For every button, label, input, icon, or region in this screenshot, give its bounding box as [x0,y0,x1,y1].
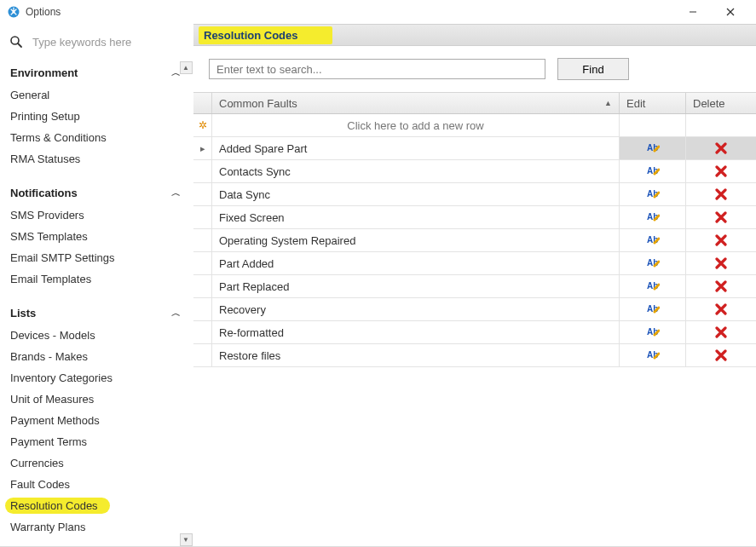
app-icon [7,5,20,19]
edit-icon[interactable]: Ab [643,302,662,317]
cell-fault[interactable]: Restore files [212,344,620,366]
section-header-environment[interactable]: Environment ︿ [7,61,186,84]
cell-fault[interactable]: Recovery [212,298,620,320]
edit-icon[interactable]: Ab [643,233,662,248]
nav-currencies[interactable]: Currencies [7,452,186,474]
table-row[interactable]: ▸Added Spare PartAb [193,137,756,160]
table-row[interactable]: Fixed ScreenAb [193,206,756,229]
scroll-up-button[interactable]: ▲ [180,61,193,74]
sidebar-scrollbar[interactable]: ▲ ▼ [179,61,193,546]
table-row[interactable]: Data SyncAb [193,183,756,206]
nav-payment-terms[interactable]: Payment Terms [7,431,186,452]
table-row[interactable]: RecoveryAb [193,298,756,321]
row-indicator-header [193,93,212,113]
minimize-button[interactable] [674,0,712,24]
search-icon [9,34,24,49]
row-indicator: ▸ [193,137,212,159]
nav-warranty-plans[interactable]: Warranty Plans [7,516,186,538]
nav-fault-codes[interactable]: Fault Codes [7,474,186,495]
nav-sms-providers[interactable]: SMS Providers [7,204,186,226]
nav-terms-conditions[interactable]: Terms & Conditions [7,127,186,148]
nav-email-templates[interactable]: Email Templates [7,268,186,290]
sidebar-search-input[interactable] [31,35,167,49]
table-row[interactable]: Restore filesAb [193,344,756,367]
cell-fault[interactable]: Re-formatted [212,321,620,343]
row-indicator [193,298,212,320]
edit-icon[interactable]: Ab [643,164,662,179]
cell-fault[interactable]: Part Replaced [212,275,620,297]
sidebar: Environment ︿ General Printing Setup Ter… [0,24,193,546]
delete-icon[interactable] [712,348,730,363]
edit-icon[interactable]: Ab [643,279,662,294]
delete-icon[interactable] [712,279,730,294]
svg-line-6 [18,43,21,47]
grid-search-input[interactable] [209,59,545,79]
nav-email-smtp-settings[interactable]: Email SMTP Settings [7,247,186,268]
cell-fault[interactable]: Part Added [212,252,620,274]
cell-fault[interactable]: Contacts Sync [212,160,620,182]
nav-rma-statuses[interactable]: RMA Statuses [7,148,186,170]
edit-icon[interactable]: Ab [643,141,662,156]
section-title: Lists [10,307,36,320]
column-header-edit[interactable]: Edit [620,93,686,113]
table-row[interactable]: Operating System RepairedAb [193,229,756,252]
delete-icon[interactable] [712,210,730,225]
svg-point-1 [12,10,14,13]
table-row[interactable]: Part ReplacedAb [193,275,756,298]
nav-payment-methods[interactable]: Payment Methods [7,410,186,431]
content-panel: Resolution Codes Find Common Faults ▲ Ed… [193,24,756,546]
nav-sms-templates[interactable]: SMS Templates [7,226,186,247]
nav-unit-of-measures[interactable]: Unit of Measures [7,389,186,410]
section-header-notifications[interactable]: Notifications ︿ [7,181,186,204]
scroll-down-button[interactable]: ▼ [180,533,193,546]
nav-brands-makes[interactable]: Brands - Makes [7,346,186,367]
edit-icon[interactable]: Ab [643,325,662,340]
nav-printing-setup[interactable]: Printing Setup [7,106,186,127]
row-indicator [193,160,212,182]
nav-devices-models[interactable]: Devices - Models [7,325,186,346]
delete-icon[interactable] [712,187,730,202]
section-header-lists[interactable]: Lists ︿ [7,302,186,325]
edit-icon[interactable]: Ab [643,187,662,202]
panel-title-text: Resolution Codes [204,29,298,42]
sort-asc-icon: ▲ [604,99,612,107]
nav-resolution-codes[interactable]: Resolution Codes [7,495,186,516]
row-indicator [193,252,212,274]
table-row[interactable]: Re-formattedAb [193,321,756,344]
cell-fault[interactable]: Data Sync [212,183,620,205]
current-row-icon: ▸ [200,143,205,154]
title-bar: Options [0,0,756,24]
row-indicator [193,275,212,297]
delete-icon[interactable] [712,233,730,248]
close-button[interactable] [712,0,749,24]
new-row[interactable]: ✲ Click here to add a new row [193,114,756,137]
new-row-hint[interactable]: Click here to add a new row [212,114,620,136]
edit-icon[interactable]: Ab [643,348,662,363]
delete-icon[interactable] [712,141,730,156]
row-indicator [193,229,212,251]
panel-title: Resolution Codes [193,24,756,46]
window-title: Options [26,6,61,18]
delete-icon[interactable] [712,302,730,317]
row-indicator [193,183,212,205]
cell-fault[interactable]: Operating System Repaired [212,229,620,251]
nav-inventory-categories[interactable]: Inventory Categories [7,367,186,389]
edit-icon[interactable]: Ab [643,210,662,225]
nav-general[interactable]: General [7,84,186,106]
delete-icon[interactable] [712,256,730,271]
edit-icon[interactable]: Ab [643,256,662,271]
delete-icon[interactable] [712,164,730,179]
table-row[interactable]: Part AddedAb [193,252,756,275]
section-title: Environment [10,66,78,79]
row-indicator [193,206,212,228]
cell-fault[interactable]: Fixed Screen [212,206,620,228]
column-label: Common Faults [219,97,297,110]
row-indicator [193,321,212,343]
column-header-delete[interactable]: Delete [686,93,756,113]
find-button[interactable]: Find [557,58,629,80]
section-title: Notifications [10,187,78,199]
table-row[interactable]: Contacts SyncAb [193,160,756,183]
column-header-common-faults[interactable]: Common Faults ▲ [212,93,620,113]
cell-fault[interactable]: Added Spare Part [212,137,620,159]
delete-icon[interactable] [712,325,730,340]
